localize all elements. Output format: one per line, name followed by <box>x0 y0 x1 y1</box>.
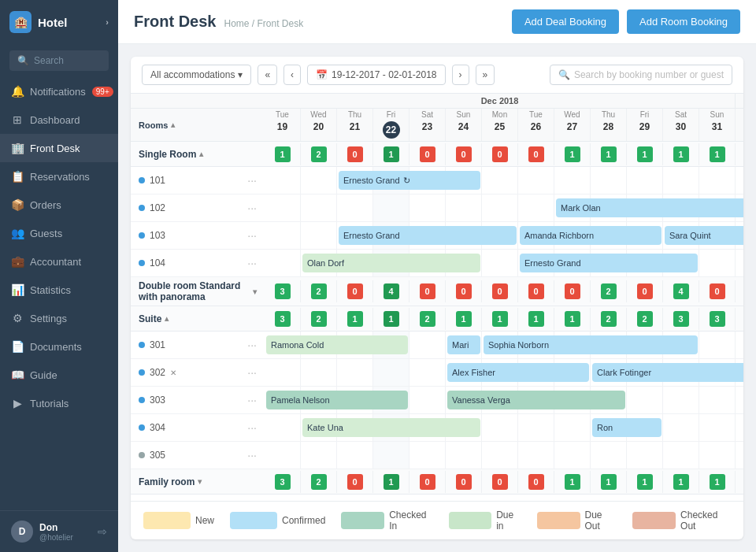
room-row: 102···Mark Olan <box>131 194 743 222</box>
room-row: 301···Ramona ColdMariSophia Norborn <box>131 332 743 359</box>
room-row: 104···Olan DorfErnesto Grand <box>131 250 743 277</box>
legend-checkedout-color <box>632 512 676 529</box>
search-input[interactable]: 🔍 Search <box>9 50 109 71</box>
room-row: 103···Ernesto GrandAmanda RichbornSara Q… <box>131 222 743 250</box>
sidebar-item-documents[interactable]: 📄 Documents <box>0 332 118 361</box>
sidebar-item-guests[interactable]: 👥 Guests <box>0 219 118 247</box>
nav-prev-btn[interactable]: ‹ <box>284 65 301 85</box>
dashboard-icon: ⊞ <box>11 113 24 126</box>
add-room-booking-button[interactable]: Add Room Booking <box>627 9 740 34</box>
sidebar-accountant-label: Accountant <box>30 256 81 268</box>
sidebar-frontdesk-label: Front Desk <box>30 143 80 154</box>
header-actions: Add Deal Booking Add Room Booking <box>512 9 740 34</box>
statistics-icon: 📊 <box>11 283 24 296</box>
legend: New Confirmed Checked In Due in Due Out <box>131 501 743 539</box>
app-name: Hotel <box>38 16 68 29</box>
sidebar-item-reservations[interactable]: 📋 Reservations <box>0 162 118 191</box>
legend-checkedin-label: Checked In <box>389 509 432 532</box>
sidebar-item-frontdesk[interactable]: 🏢 Front Desk <box>0 134 118 162</box>
app-icon: 🏨 <box>9 11 32 33</box>
sidebar-footer: D Don @hotelier ⇨ <box>0 510 118 552</box>
room-row: 101···Ernesto Grand↻ <box>131 167 743 194</box>
sidebar-nav: 🔔 Notifications 99+ ⊞ Dashboard 🏢 Front … <box>0 77 118 510</box>
documents-icon: 📄 <box>11 340 24 353</box>
accommodation-filter[interactable]: All accommodations ▾ <box>142 65 251 85</box>
nav-next-btn[interactable]: › <box>452 65 469 85</box>
legend-checkedout-label: Checked Out <box>680 509 731 532</box>
sidebar-item-guide[interactable]: 📖 Guide <box>0 361 118 389</box>
sidebar-item-accountant[interactable]: 💼 Accountant <box>0 247 118 276</box>
nav-last-btn[interactable]: » <box>476 65 495 85</box>
section-availability-row: Family room▾320100001111122 <box>131 469 743 495</box>
search-label: Search <box>34 55 64 66</box>
room-row: 302✕···Alex FisherClark Fotinger <box>131 359 743 387</box>
frontdesk-icon: 🏢 <box>11 142 24 154</box>
calendar-scroll[interactable]: Dec 2018Jan 2019Rooms▴Tue19Wed20Thu21Fri… <box>131 94 743 501</box>
legend-duein-color <box>449 512 492 529</box>
page-title: Front Desk <box>134 13 216 31</box>
legend-dueout-label: Due Out <box>585 509 617 532</box>
legend-checkedout: Checked Out <box>632 509 731 532</box>
reservations-icon: 📋 <box>11 170 24 183</box>
sidebar-guests-label: Guests <box>30 228 62 239</box>
legend-dueout-color <box>537 512 580 529</box>
logout-btn[interactable]: ⇨ <box>98 525 107 538</box>
section-availability-row: Suite▴321121111223344 <box>131 306 743 332</box>
nav-first-btn[interactable]: « <box>258 65 277 85</box>
user-info: Don @hotelier <box>39 522 91 542</box>
search-guest-icon: 🔍 <box>558 69 570 80</box>
calendar-container: All accommodations ▾ « ‹ 📅 19-12-2017 - … <box>131 57 743 539</box>
legend-confirmed-color <box>230 512 277 529</box>
guest-search-input[interactable]: 🔍 Search by booking number or guest <box>550 65 732 85</box>
settings-icon: ⚙ <box>11 312 24 324</box>
sidebar-documents-label: Documents <box>30 341 82 353</box>
filter-chevron-icon: ▾ <box>238 69 243 80</box>
breadcrumb: Home / Front Desk <box>224 18 303 29</box>
search-icon: 🔍 <box>17 55 29 66</box>
sidebar-orders-label: Orders <box>30 199 61 211</box>
header-left: Front Desk Home / Front Desk <box>134 13 303 31</box>
legend-new-label: New <box>195 515 214 526</box>
legend-confirmed-label: Confirmed <box>282 515 325 526</box>
legend-dueout: Due Out <box>537 509 617 532</box>
legend-new: New <box>143 512 214 529</box>
sidebar-item-statistics[interactable]: 📊 Statistics <box>0 276 118 304</box>
calendar-icon: 📅 <box>316 69 328 80</box>
legend-duein-label: Due in <box>496 509 521 532</box>
main-area: Front Desk Home / Front Desk Add Deal Bo… <box>118 0 756 552</box>
section-availability-row: Double room Standard with panorama▾32040… <box>131 277 743 306</box>
sidebar-item-orders[interactable]: 📦 Orders <box>0 191 118 219</box>
sidebar-search-area: 🔍 Search <box>0 44 118 77</box>
room-row: 304···Kate UnaRon <box>131 414 743 442</box>
sidebar-item-settings[interactable]: ⚙ Settings <box>0 304 118 332</box>
sidebar-settings-label: Settings <box>30 313 67 324</box>
legend-duein: Due in <box>449 509 521 532</box>
sidebar: 🏨 Hotel › 🔍 Search 🔔 Notifications 99+ ⊞… <box>0 0 118 552</box>
sidebar-collapse-btn[interactable]: › <box>106 17 109 27</box>
user-name: Don <box>39 522 91 533</box>
user-avatar: D <box>11 521 33 543</box>
calendar-toolbar: All accommodations ▾ « ‹ 📅 19-12-2017 - … <box>131 57 743 94</box>
sidebar-logo[interactable]: 🏨 Hotel › <box>0 0 118 44</box>
room-row: 303···Pamela NelsonVanessa Verga <box>131 387 743 414</box>
page-header: Front Desk Home / Front Desk Add Deal Bo… <box>118 0 756 44</box>
guide-icon: 📖 <box>11 369 24 381</box>
date-range-text: 19-12-2017 - 02-01-2018 <box>332 69 436 80</box>
legend-checkedin: Checked In <box>341 509 432 532</box>
sidebar-notifications-label: Notifications <box>30 86 86 98</box>
sidebar-item-tutorials[interactable]: ▶ Tutorials <box>0 389 118 417</box>
date-range-display[interactable]: 📅 19-12-2017 - 02-01-2018 <box>307 65 445 85</box>
sidebar-reservations-label: Reservations <box>30 171 90 183</box>
legend-checkedin-color <box>341 512 384 529</box>
calendar-grid: Dec 2018Jan 2019Rooms▴Tue19Wed20Thu21Fri… <box>131 94 743 495</box>
add-deal-booking-button[interactable]: Add Deal Booking <box>512 9 619 34</box>
sidebar-item-notifications[interactable]: 🔔 Notifications 99+ <box>0 77 118 106</box>
sidebar-item-dashboard[interactable]: ⊞ Dashboard <box>0 106 118 134</box>
filter-label: All accommodations <box>150 69 235 80</box>
search-placeholder: Search by booking number or guest <box>574 69 724 80</box>
section-availability-row: Single Room▴120100001111122 <box>131 142 743 167</box>
user-role: @hotelier <box>39 533 91 542</box>
legend-new-color <box>143 512 191 529</box>
notifications-badge: 99+ <box>92 87 113 97</box>
notifications-icon: 🔔 <box>11 85 24 98</box>
